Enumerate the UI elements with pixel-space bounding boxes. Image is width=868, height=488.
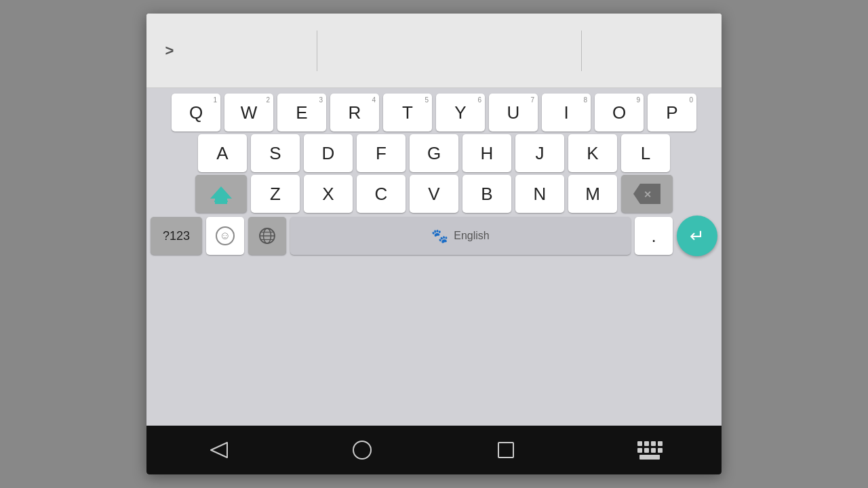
globe-icon bbox=[258, 226, 277, 245]
key-p[interactable]: 0P bbox=[648, 94, 696, 131]
key-number: 1 bbox=[213, 96, 217, 104]
recents-icon bbox=[498, 442, 514, 458]
key-c[interactable]: C bbox=[357, 175, 406, 213]
key-row-1: 1Q2W3E4R5T6Y7U8I9O0P bbox=[151, 94, 717, 131]
key-letter: O bbox=[612, 104, 626, 121]
key-d[interactable]: D bbox=[304, 134, 353, 172]
key-letter: I bbox=[564, 104, 568, 121]
divider-2 bbox=[581, 30, 582, 71]
key-letter: C bbox=[375, 185, 388, 203]
enter-key[interactable]: ↵ bbox=[677, 216, 717, 256]
num-key[interactable]: ?123 bbox=[151, 217, 202, 255]
key-f[interactable]: F bbox=[357, 134, 406, 172]
paw-icon: 🐾 bbox=[431, 228, 448, 244]
expand-button[interactable]: > bbox=[155, 36, 184, 66]
key-letter: Q bbox=[189, 104, 203, 121]
keyboard-toggle-button[interactable] bbox=[629, 430, 670, 470]
key-r[interactable]: 4R bbox=[330, 94, 379, 131]
key-j[interactable]: J bbox=[515, 134, 564, 172]
key-h[interactable]: H bbox=[462, 134, 511, 172]
key-m[interactable]: M bbox=[568, 175, 617, 213]
key-letter: G bbox=[427, 144, 441, 162]
num-label: ?123 bbox=[163, 230, 190, 242]
space-label: English bbox=[454, 230, 489, 242]
key-letter: V bbox=[428, 185, 439, 203]
key-k[interactable]: K bbox=[568, 134, 617, 172]
key-row-2: ASDFGHJKL bbox=[151, 134, 717, 172]
key-letter: X bbox=[322, 185, 334, 203]
key-letter: Z bbox=[270, 185, 281, 203]
key-a[interactable]: A bbox=[198, 134, 247, 172]
backspace-icon: ✕ bbox=[633, 184, 660, 204]
key-number: 8 bbox=[583, 96, 587, 104]
svg-marker-7 bbox=[211, 443, 227, 458]
key-letter: E bbox=[296, 104, 307, 121]
emoji-key[interactable]: ☺ bbox=[206, 217, 244, 255]
enter-icon: ↵ bbox=[690, 226, 705, 247]
smile-icon: ☺ bbox=[220, 230, 231, 242]
key-letter: Y bbox=[454, 104, 466, 121]
key-letter: M bbox=[585, 185, 600, 203]
key-g[interactable]: G bbox=[410, 134, 458, 172]
key-e[interactable]: 3E bbox=[277, 94, 326, 131]
key-z[interactable]: Z bbox=[251, 175, 300, 213]
period-key[interactable]: . bbox=[635, 217, 673, 255]
shift-icon bbox=[210, 186, 232, 202]
key-letter: P bbox=[666, 104, 677, 121]
key-number: 9 bbox=[636, 96, 640, 104]
key-letter: N bbox=[534, 185, 547, 203]
recents-button[interactable] bbox=[486, 430, 526, 470]
back-icon bbox=[208, 440, 229, 460]
key-y[interactable]: 6Y bbox=[436, 94, 485, 131]
key-letter: K bbox=[587, 144, 598, 162]
key-i[interactable]: 8I bbox=[542, 94, 591, 131]
period-label: . bbox=[651, 227, 656, 245]
key-letter: B bbox=[481, 185, 492, 203]
divider-1 bbox=[317, 30, 317, 71]
key-letter: F bbox=[376, 144, 387, 162]
key-letter: U bbox=[507, 104, 520, 121]
device-frame: > 1Q2W3E4R5T6Y7U8I9O0P ASDFGHJKL ZXCVBNM… bbox=[146, 14, 722, 474]
key-u[interactable]: 7U bbox=[489, 94, 538, 131]
key-v[interactable]: V bbox=[410, 175, 458, 213]
key-letter: L bbox=[641, 144, 650, 162]
globe-key[interactable] bbox=[248, 217, 286, 255]
key-letter: A bbox=[216, 144, 228, 162]
navigation-bar bbox=[146, 426, 722, 474]
backspace-key[interactable]: ✕ bbox=[621, 175, 673, 213]
shift-key[interactable] bbox=[195, 175, 247, 213]
key-letter: H bbox=[481, 144, 494, 162]
key-o[interactable]: 9O bbox=[595, 94, 644, 131]
key-number: 6 bbox=[477, 96, 481, 104]
key-letter: J bbox=[536, 144, 545, 162]
home-button[interactable] bbox=[342, 430, 382, 470]
keyboard-icon bbox=[637, 441, 663, 460]
key-letter: S bbox=[269, 144, 281, 162]
key-n[interactable]: N bbox=[515, 175, 564, 213]
key-q[interactable]: 1Q bbox=[172, 94, 220, 131]
space-key[interactable]: 🐾 English bbox=[290, 217, 631, 255]
key-b[interactable]: B bbox=[462, 175, 511, 213]
key-number: 4 bbox=[372, 96, 376, 104]
key-number: 3 bbox=[319, 96, 323, 104]
key-number: 7 bbox=[530, 96, 534, 104]
emoji-icon: ☺ bbox=[216, 226, 235, 245]
key-w[interactable]: 2W bbox=[224, 94, 273, 131]
key-x[interactable]: X bbox=[304, 175, 353, 213]
key-l[interactable]: L bbox=[621, 134, 670, 172]
backspace-shape: ✕ bbox=[633, 184, 660, 204]
key-letter: W bbox=[241, 104, 258, 121]
key-row-3: ZXCVBNM ✕ bbox=[151, 175, 717, 213]
back-button[interactable] bbox=[198, 430, 239, 470]
top-bar: > bbox=[146, 14, 722, 88]
top-dividers bbox=[184, 14, 713, 87]
key-s[interactable]: S bbox=[251, 134, 300, 172]
key-number: 2 bbox=[266, 96, 270, 104]
key-number: 0 bbox=[689, 96, 693, 104]
key-number: 5 bbox=[425, 96, 429, 104]
key-row-4: ?123 ☺ 🐾 English bbox=[151, 216, 717, 256]
key-letter: D bbox=[322, 144, 335, 162]
key-t[interactable]: 5T bbox=[383, 94, 432, 131]
key-letter: T bbox=[402, 104, 413, 121]
svg-text:✕: ✕ bbox=[644, 189, 652, 200]
